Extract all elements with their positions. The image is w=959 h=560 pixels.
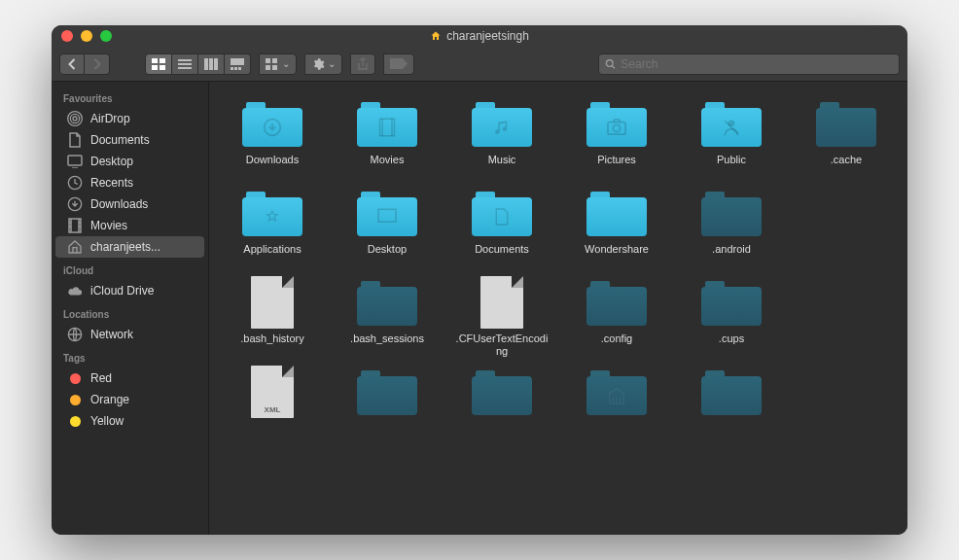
folder-icon	[586, 100, 647, 147]
tag-icon	[67, 413, 83, 429]
sidebar-item-label: charanjeets...	[90, 240, 160, 254]
sidebar-item-label: Recents	[90, 176, 133, 190]
sidebar-item-downloads[interactable]: Downloads	[55, 193, 204, 215]
svg-point-19	[73, 117, 77, 121]
gear-icon	[311, 57, 325, 71]
folder-icon	[586, 190, 647, 236]
view-columns-button[interactable]	[198, 53, 225, 75]
grid-item[interactable]: XML	[215, 364, 330, 447]
folder-icon	[357, 100, 417, 147]
item-label: Documents	[475, 243, 529, 268]
action-button[interactable]: ⌄	[304, 53, 342, 75]
sidebar-item-icloud-drive[interactable]: iCloud Drive	[55, 280, 204, 301]
search-field[interactable]	[598, 53, 900, 75]
toolbar: ⌄ ⌄	[52, 47, 907, 82]
sidebar: FavouritesAirDropDocumentsDesktopRecents…	[52, 82, 209, 535]
folder-icon	[701, 190, 762, 236]
grid-item[interactable]: Pictures	[559, 95, 674, 179]
sidebar-item-label: Documents	[90, 133, 150, 147]
sidebar-item-movies[interactable]: Movies	[55, 215, 204, 236]
svg-rect-0	[152, 58, 158, 63]
item-label: Music	[488, 154, 516, 179]
maximize-button[interactable]	[100, 30, 112, 42]
sidebar-item-label: iCloud Drive	[90, 284, 154, 298]
grid-item[interactable]: Movies	[330, 95, 444, 179]
item-label: Applications	[243, 243, 301, 268]
airdrop-icon	[67, 111, 83, 126]
grid-item[interactable]: .bash_history	[215, 274, 330, 358]
grid-item[interactable]: Music	[444, 95, 559, 179]
search-icon	[605, 58, 616, 70]
item-label: Wondershare	[585, 243, 649, 268]
folder-icon	[357, 279, 417, 326]
sidebar-header: Favourites	[52, 86, 208, 108]
titlebar[interactable]: charanjeetsingh	[52, 25, 907, 47]
grid-item[interactable]: Desktop	[330, 185, 444, 268]
tag-icon	[67, 392, 83, 407]
grid-item[interactable]	[559, 364, 674, 447]
svg-point-20	[70, 114, 79, 122]
grid-item[interactable]: .config	[559, 274, 674, 358]
folder-icon	[701, 100, 762, 147]
svg-rect-16	[266, 65, 270, 70]
document-icon: XML	[251, 366, 294, 418]
sidebar-item-red[interactable]: Red	[55, 368, 204, 389]
folder-icon	[242, 190, 302, 236]
document-icon	[480, 276, 523, 329]
sidebar-item-orange[interactable]: Orange	[55, 389, 204, 410]
svg-point-18	[606, 59, 613, 66]
grid-item[interactable]: Wondershare	[559, 185, 674, 268]
svg-rect-22	[68, 156, 82, 165]
grid-item[interactable]: Public	[674, 95, 789, 179]
grid-item[interactable]: .android	[674, 185, 789, 268]
cloud-icon	[67, 283, 83, 298]
grid-item[interactable]: Documents	[444, 185, 559, 268]
folder-icon	[816, 100, 876, 147]
item-label: .config	[601, 332, 632, 358]
grid-item[interactable]	[674, 364, 789, 447]
sidebar-item-charanjeets-[interactable]: charanjeets...	[55, 236, 204, 258]
folder-icon	[472, 190, 532, 236]
sidebar-item-yellow[interactable]: Yellow	[55, 410, 204, 432]
sidebar-item-network[interactable]: Network	[55, 324, 204, 345]
svg-rect-4	[178, 59, 192, 61]
sidebar-item-desktop[interactable]: Desktop	[55, 151, 204, 172]
home-icon	[430, 30, 442, 42]
home-icon	[67, 239, 83, 255]
grid-item[interactable]: Downloads	[215, 95, 330, 179]
svg-rect-9	[214, 58, 218, 70]
share-button[interactable]	[350, 53, 375, 75]
view-icons-button[interactable]	[145, 53, 172, 75]
grid-item[interactable]	[444, 364, 559, 447]
sidebar-item-recents[interactable]: Recents	[55, 172, 204, 193]
doc-icon	[67, 132, 83, 148]
main-content[interactable]: DownloadsMoviesMusicPicturesPublic.cache…	[209, 82, 907, 535]
view-mode-segmented[interactable]	[145, 53, 251, 75]
item-label: Desktop	[368, 243, 407, 268]
search-input[interactable]	[621, 57, 893, 71]
arrange-button[interactable]: ⌄	[259, 53, 297, 75]
sidebar-item-documents[interactable]: Documents	[55, 129, 204, 151]
forward-button[interactable]	[85, 53, 110, 75]
back-button[interactable]	[59, 53, 85, 75]
grid-item[interactable]: .cache	[789, 95, 904, 179]
grid-item[interactable]: .cups	[674, 274, 789, 358]
folder-icon	[701, 279, 762, 326]
sidebar-item-airdrop[interactable]: AirDrop	[55, 108, 204, 129]
svg-rect-10	[231, 58, 244, 65]
sidebar-item-label: Desktop	[90, 155, 133, 168]
grid-item[interactable]: Applications	[215, 185, 330, 268]
view-gallery-button[interactable]	[225, 53, 251, 75]
grid-item[interactable]	[330, 364, 444, 447]
minimize-button[interactable]	[81, 30, 92, 42]
finder-window: charanjeetsingh ⌄ ⌄	[52, 25, 907, 535]
grid-item[interactable]: .CFUserTextEncoding	[444, 274, 559, 358]
window-title: charanjeetsingh	[446, 29, 529, 43]
tags-button[interactable]	[383, 53, 414, 75]
svg-rect-15	[272, 58, 277, 63]
grid-item[interactable]: .bash_sessions	[330, 274, 444, 358]
view-list-button[interactable]	[172, 53, 198, 75]
sidebar-item-label: Red	[90, 371, 112, 385]
sidebar-item-label: Network	[90, 328, 133, 341]
close-button[interactable]	[61, 30, 73, 42]
